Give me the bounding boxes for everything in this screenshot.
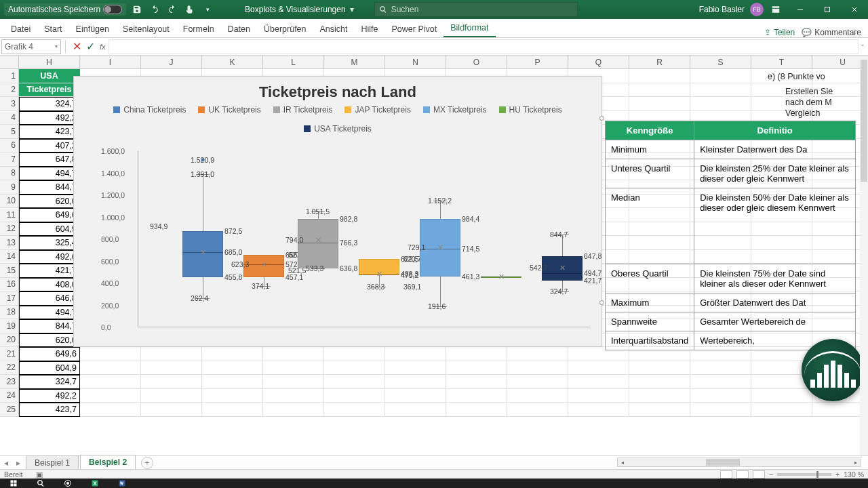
autosave-toggle[interactable]: Automatisches Speichern (4, 3, 126, 16)
cell[interactable] (80, 361, 141, 375)
cell[interactable] (629, 375, 690, 389)
tab-start[interactable]: Start (37, 21, 68, 37)
zoom-out-icon[interactable]: − (769, 470, 773, 479)
cell[interactable]: 620,0 (19, 195, 80, 209)
macro-record-icon[interactable]: ▣ (36, 470, 43, 479)
close-button[interactable] (841, 0, 868, 19)
undo-icon[interactable] (148, 3, 161, 16)
cell[interactable] (263, 375, 324, 389)
cell[interactable] (629, 83, 690, 98)
avatar[interactable]: FB (750, 3, 764, 16)
sheet-tab-beispiel2[interactable]: Beispiel 2 (80, 455, 136, 470)
cell[interactable] (446, 389, 507, 403)
cell[interactable] (385, 375, 446, 389)
row-header[interactable]: 22 (0, 361, 19, 375)
save-icon[interactable] (130, 3, 144, 16)
cell[interactable] (568, 375, 629, 389)
share-button[interactable]: ⇪Teilen (764, 28, 795, 37)
cell[interactable]: USA (19, 69, 80, 83)
cell[interactable] (324, 375, 385, 389)
cell[interactable] (202, 361, 263, 375)
minimize-button[interactable] (787, 0, 814, 19)
column-header[interactable]: M (324, 56, 385, 68)
cell[interactable] (141, 389, 202, 403)
cell[interactable] (690, 403, 751, 417)
file-title[interactable]: Boxplots & Visualisierungen ▾ (245, 5, 354, 14)
cell[interactable] (80, 347, 141, 361)
cell[interactable] (568, 361, 629, 375)
cell[interactable] (202, 347, 263, 361)
column-header[interactable]: I (80, 56, 141, 68)
column-header[interactable]: T (751, 56, 812, 68)
cell[interactable] (507, 403, 568, 417)
cell[interactable]: 646,8 (19, 291, 80, 306)
column-header[interactable]: K (202, 56, 263, 68)
row-header[interactable]: 6 (0, 139, 19, 153)
row-header[interactable]: 9 (0, 180, 19, 195)
cell[interactable] (324, 347, 385, 361)
cell[interactable] (751, 403, 812, 417)
cell[interactable] (507, 389, 568, 403)
cell[interactable] (324, 361, 385, 375)
formula-enter-icon[interactable]: ✓ (83, 40, 97, 53)
row-header[interactable]: 18 (0, 306, 19, 320)
cell[interactable] (141, 375, 202, 389)
cell[interactable] (507, 347, 568, 361)
cell[interactable] (80, 403, 141, 417)
cell[interactable] (202, 403, 263, 417)
cell[interactable]: 494,7 (19, 306, 80, 320)
row-header[interactable]: 4 (0, 111, 19, 125)
cell[interactable] (446, 361, 507, 375)
column-header[interactable]: N (385, 56, 446, 68)
tab-seitenlayout[interactable]: Seitenlayout (116, 21, 176, 37)
row-header[interactable]: 3 (0, 97, 19, 111)
selection-handle[interactable] (599, 300, 604, 305)
worksheet-grid[interactable]: HIJKLMNOPQRSTU 1234567891011121314151617… (0, 56, 868, 435)
cell[interactable] (385, 361, 446, 375)
column-header[interactable]: S (690, 56, 751, 68)
formula-input[interactable] (108, 39, 859, 54)
maximize-button[interactable] (814, 0, 841, 19)
column-header[interactable]: Q (568, 56, 629, 68)
cell[interactable]: 324,7 (19, 375, 80, 389)
cell[interactable] (629, 361, 690, 375)
cell[interactable] (446, 347, 507, 361)
view-normal-icon[interactable] (720, 470, 732, 479)
cell[interactable]: 423,7 (19, 403, 80, 417)
column-header[interactable]: O (446, 56, 507, 68)
redo-icon[interactable] (165, 3, 179, 16)
cell[interactable] (324, 403, 385, 417)
chart-object[interactable]: Ticketpreis nach Land China TicketpreisU… (73, 76, 602, 347)
cell[interactable] (629, 97, 690, 111)
selection-handle[interactable] (599, 116, 604, 121)
row-header[interactable]: 7 (0, 152, 19, 167)
row-header[interactable]: 10 (0, 195, 19, 209)
cell[interactable] (141, 347, 202, 361)
taskbar-search-icon[interactable] (27, 479, 54, 488)
cell[interactable] (446, 403, 507, 417)
cell[interactable] (751, 389, 812, 403)
cell[interactable] (80, 389, 141, 403)
row-header[interactable]: 17 (0, 291, 19, 306)
view-page-layout-icon[interactable] (736, 470, 749, 479)
new-sheet-button[interactable]: + (141, 457, 153, 469)
taskbar-word-icon[interactable] (108, 479, 136, 488)
sheet-nav-prev[interactable]: ◂ (0, 458, 12, 468)
cell[interactable] (629, 389, 690, 403)
taskbar-excel-icon[interactable] (81, 479, 108, 488)
row-header[interactable]: 25 (0, 403, 19, 417)
cell[interactable]: 492,2 (19, 111, 80, 125)
cell[interactable] (690, 375, 751, 389)
row-header[interactable]: 11 (0, 208, 19, 222)
select-all-corner[interactable] (0, 56, 19, 69)
cell[interactable] (141, 403, 202, 417)
cell[interactable] (507, 375, 568, 389)
cell[interactable] (629, 403, 690, 417)
tab-datei[interactable]: Datei (4, 21, 37, 37)
cell[interactable]: 649,6 (19, 208, 80, 222)
cell[interactable] (690, 83, 751, 98)
cell[interactable]: 844,7 (19, 180, 80, 195)
cell[interactable] (507, 361, 568, 375)
tab-hilfe[interactable]: Hilfe (355, 21, 385, 37)
cell[interactable] (80, 375, 141, 389)
